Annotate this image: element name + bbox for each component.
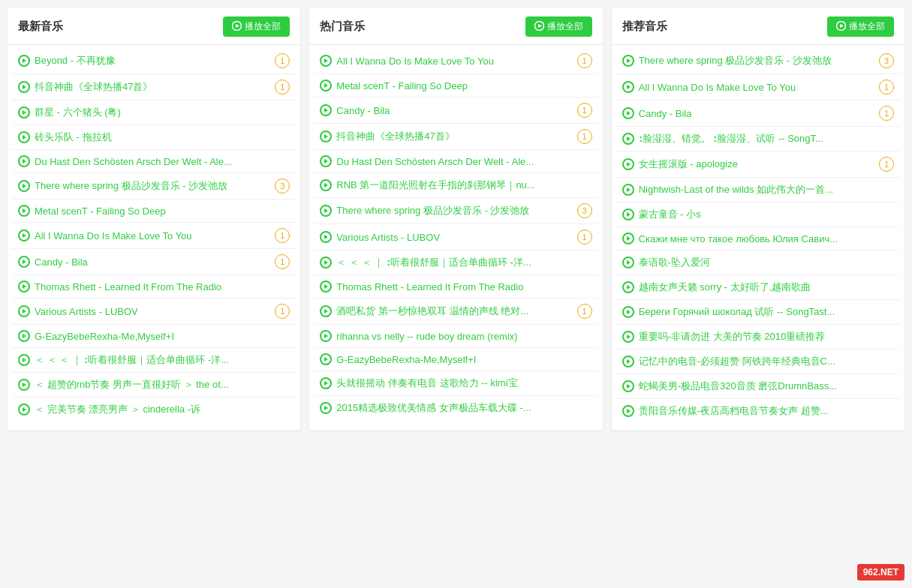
song-item[interactable]: 贵阳音乐传媒-夜店高档电音节奏女声 超赞...: [616, 399, 900, 423]
play-all-button-hot-music[interactable]: 播放全部: [525, 16, 592, 37]
song-name: Береги Горячий шоколад 试听 -- SongTast...: [622, 305, 894, 319]
song-item[interactable]: Metal scenT - Failing So Deep: [12, 200, 296, 223]
song-item[interactable]: ː脸湿湿、错觉。 ː脸湿湿、试听 -- SongT...: [616, 127, 900, 152]
song-item[interactable]: Candy - Bila1: [616, 100, 900, 127]
song-title: Береги Горячий шоколад 试听 -- SongTast...: [639, 305, 835, 319]
song-item[interactable]: ＜ 超赞的rnb节奏 男声一直很好听 ＞ the ot...: [12, 373, 296, 398]
song-name: 女生摇滚版 - apologize: [622, 158, 874, 171]
song-item[interactable]: Nightwish-Last of the wilds 如此伟大的一首...: [616, 178, 900, 202]
song-item[interactable]: All I Wanna Do Is Make Love To You1: [616, 74, 900, 100]
play-circle-icon: [622, 281, 634, 293]
panel-header-new-music: 最新音乐播放全部: [8, 8, 300, 45]
song-item[interactable]: Various Artists - LUBOV1: [12, 298, 296, 325]
song-title: G-EazyBebeRexha-Me,Myself+I: [35, 331, 174, 342]
song-name: 砖头乐队 - 拖拉机: [18, 130, 290, 144]
song-item[interactable]: Береги Горячий шоколад 试听 -- SongTast...: [616, 300, 900, 325]
song-item[interactable]: There where spring 极品沙发音乐 - 沙发弛放3: [12, 173, 296, 200]
play-circle-icon: [18, 180, 30, 192]
play-circle-icon: [320, 330, 332, 342]
play-circle-icon: [18, 81, 30, 93]
play-all-button-new-music[interactable]: 播放全部: [223, 16, 290, 37]
song-badge: 1: [577, 230, 592, 244]
play-circle-icon: [18, 330, 30, 342]
song-item[interactable]: Candy - Bila1: [12, 249, 296, 275]
song-title: ＜ 完美节奏 漂亮男声 ＞ cinderella -诉: [35, 403, 200, 416]
song-item[interactable]: 蒙古童音 - 小s: [616, 202, 900, 227]
song-item[interactable]: 记忆中的电音-必须超赞 阿铁跨年经典电音C...: [616, 350, 900, 374]
play-circle-icon: [320, 205, 332, 217]
panel-title-recommended-music: 推荐音乐: [622, 20, 667, 34]
song-name: All I Wanna Do Is Make Love To You: [320, 55, 572, 67]
song-item[interactable]: 2015精选极致优美情感 女声极品车载大碟 -...: [314, 396, 597, 420]
song-item[interactable]: 蛇蝎美男-极品电音320音质 磨弦DrumnBass...: [616, 374, 900, 399]
song-title: 头就很摇动 伴奏有电音 这歌给力 -- kimi宝: [336, 376, 517, 390]
song-badge: 1: [275, 254, 290, 269]
song-item[interactable]: There where spring 极品沙发音乐 - 沙发弛放3: [616, 48, 900, 74]
song-item[interactable]: Thomas Rhett - Learned It From The Radio: [12, 275, 296, 298]
song-item[interactable]: Du Hast Den Schösten Arsch Der Welt - Al…: [12, 150, 296, 173]
play-circle-icon: [320, 130, 332, 142]
song-item[interactable]: 砖头乐队 - 拖拉机: [12, 125, 296, 150]
play-circle-icon: [622, 133, 634, 145]
song-item[interactable]: G-EazyBebeRexha-Me,Myself+I: [314, 348, 597, 371]
song-title: All I Wanna Do Is Make Love To You: [336, 56, 494, 67]
song-name: Metal scenT - Failing So Deep: [320, 80, 591, 92]
play-circle-icon: [320, 305, 332, 317]
song-item[interactable]: 群星 - 六个猪头 (粤): [12, 100, 296, 125]
song-item[interactable]: 抖音神曲《全球热播47首》1: [314, 124, 597, 150]
song-item[interactable]: 女生摇滚版 - apologize1: [616, 152, 900, 178]
song-name: Candy - Bila: [320, 104, 572, 116]
song-badge: 1: [879, 80, 894, 94]
song-item[interactable]: ＜ 完美节奏 漂亮男声 ＞ cinderella -诉: [12, 398, 296, 422]
song-item[interactable]: ＜ ＜ ＜ ｜ ː听着很舒服｜适合单曲循环 -洋...: [314, 250, 597, 275]
play-circle-icon: [622, 380, 634, 392]
song-name: 2015精选极致优美情感 女声极品车载大碟 -...: [320, 401, 591, 415]
song-item[interactable]: 酒吧私货 第一秒惊艳双耳 温情的声线 绝对...1: [314, 298, 597, 325]
song-item[interactable]: Скажи мне что такое любовь Юлия Савич...: [616, 227, 900, 250]
song-item[interactable]: Metal scenT - Failing So Deep: [314, 74, 597, 98]
song-name: Du Hast Den Schösten Arsch Der Welt - Al…: [320, 155, 591, 167]
play-circle-icon: [622, 256, 634, 268]
main-container: 最新音乐播放全部Beyond - 不再犹豫1抖音神曲《全球热播47首》1群星 -…: [8, 8, 904, 430]
play-circle-icon: [622, 107, 634, 119]
song-badge: 1: [577, 129, 592, 144]
song-item[interactable]: All I Wanna Do Is Make Love To You1: [12, 223, 296, 249]
song-item[interactable]: Beyond - 不再犹豫1: [12, 48, 296, 74]
song-item[interactable]: 泰语歌-坠入爱河: [616, 250, 900, 275]
song-item[interactable]: All I Wanna Do Is Make Love To You1: [314, 48, 597, 74]
song-item[interactable]: G-EazyBebeRexha-Me,Myself+I: [12, 325, 296, 348]
song-name: RNB 第一道阳光照射在手指的刹那钢琴｜nu...: [320, 178, 591, 192]
song-name: Thomas Rhett - Learned It From The Radio: [320, 280, 591, 292]
song-item[interactable]: Du Hast Den Schösten Arsch Der Welt - Al…: [314, 150, 597, 173]
song-badge: 1: [577, 103, 592, 118]
song-item[interactable]: rihanna vs nelly -- rude boy dream (remi…: [314, 325, 597, 348]
song-item[interactable]: There where spring 极品沙发音乐 - 沙发弛放3: [314, 198, 597, 224]
play-circle-icon: [18, 205, 30, 217]
song-item[interactable]: Candy - Bila1: [314, 98, 597, 124]
song-item[interactable]: 头就很摇动 伴奏有电音 这歌给力 -- kimi宝: [314, 371, 597, 396]
song-item[interactable]: RNB 第一道阳光照射在手指的刹那钢琴｜nu...: [314, 173, 597, 198]
song-title: RNB 第一道阳光照射在手指的刹那钢琴｜nu...: [336, 178, 534, 192]
song-item[interactable]: 越南女声天籁 sorry - 太好听了,越南歌曲: [616, 275, 900, 300]
play-circle-icon: [320, 231, 332, 243]
song-item[interactable]: Thomas Rhett - Learned It From The Radio: [314, 275, 597, 298]
song-name: Beyond - 不再犹豫: [18, 54, 270, 68]
song-item[interactable]: 重要吗-非请勿进 大美的节奏 2010重磅推荐: [616, 325, 900, 350]
song-title: There where spring 极品沙发音乐 - 沙发弛放: [35, 179, 227, 193]
play-circle-icon: [622, 184, 634, 196]
play-circle-icon: [622, 405, 634, 417]
song-title: Candy - Bila: [35, 256, 88, 268]
play-all-button-recommended-music[interactable]: 播放全部: [827, 16, 894, 37]
play-circle-icon: [622, 158, 634, 170]
song-name: 泰语歌-坠入爱河: [622, 256, 894, 269]
song-title: There where spring 极品沙发音乐 - 沙发弛放: [336, 204, 529, 218]
song-name: 记忆中的电音-必须超赞 阿铁跨年经典电音C...: [622, 355, 894, 368]
song-title: Nightwish-Last of the wilds 如此伟大的一首...: [639, 183, 833, 196]
song-item[interactable]: 抖音神曲《全球热播47首》1: [12, 74, 296, 100]
song-title: 贵阳音乐传媒-夜店高档电音节奏女声 超赞...: [639, 404, 829, 418]
song-name: Du Hast Den Schösten Arsch Der Welt - Al…: [18, 155, 290, 167]
song-item[interactable]: Various Artists - LUBOV1: [314, 224, 597, 250]
song-item[interactable]: ＜ ＜ ＜ ｜ ː听着很舒服｜适合单曲循环 -洋...: [12, 348, 296, 373]
song-badge: 1: [577, 304, 592, 319]
play-circle-icon: [622, 356, 634, 368]
